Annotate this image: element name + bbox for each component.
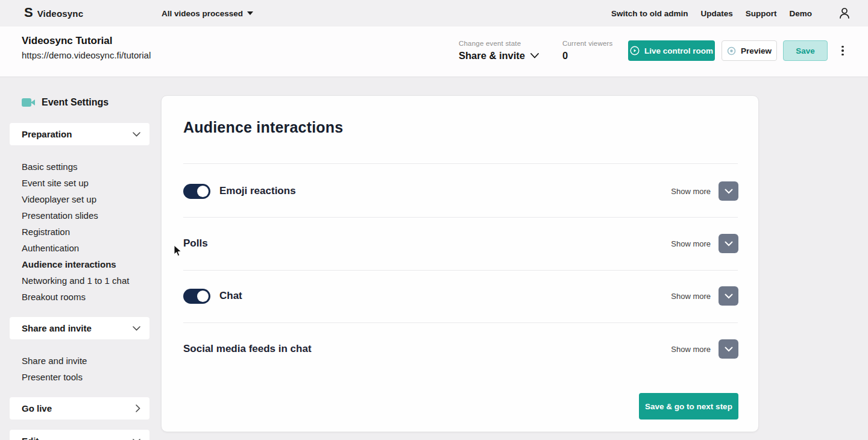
chevron-down-icon	[725, 241, 733, 247]
edit-label: Edit	[22, 436, 39, 440]
caret-down-icon	[247, 11, 253, 15]
sidebar-section-share-and-invite[interactable]: Share and invite	[10, 317, 149, 339]
divider	[183, 270, 738, 271]
page-title: Audience interactions	[183, 119, 343, 136]
brand[interactable]: S Videosync	[24, 0, 83, 27]
expand-row-button[interactable]	[719, 234, 738, 253]
sidebar-item-videoplayer-set-up[interactable]: Videoplayer set up	[22, 191, 149, 207]
feature-label: Chat	[219, 290, 242, 302]
sidebar-item-authentication[interactable]: Authentication	[22, 240, 149, 256]
live-control-room-button[interactable]: Live control room	[628, 40, 715, 61]
show-more-link[interactable]: Show more	[671, 187, 711, 196]
chat-toggle[interactable]	[183, 289, 210, 304]
emoji-reactions-toggle[interactable]	[183, 184, 210, 199]
play-circle-icon	[630, 46, 640, 55]
chevron-down-icon	[725, 189, 733, 194]
show-more-link[interactable]: Show more	[671, 292, 711, 301]
share-nav-list: Share and invite Presenter tools	[22, 353, 149, 385]
event-title-block: Videosync Tutorial https://demo.videosyn…	[22, 35, 151, 60]
feature-label: Emoji reactions	[219, 185, 296, 197]
sidebar-item-breakout-rooms[interactable]: Breakout rooms	[22, 289, 149, 305]
sidebar-item-registration[interactable]: Registration	[22, 224, 149, 240]
show-more-link[interactable]: Show more	[671, 239, 711, 248]
updates-link[interactable]: Updates	[700, 9, 732, 18]
event-title: Videosync Tutorial	[22, 35, 151, 47]
event-state-value: Share & invite	[459, 50, 525, 61]
demo-link[interactable]: Demo	[789, 9, 812, 18]
support-link[interactable]: Support	[746, 9, 777, 18]
event-state-dropdown[interactable]: Share & invite	[459, 50, 539, 61]
expand-row-button[interactable]	[719, 181, 738, 201]
event-url[interactable]: https://demo.videosync.fi/tutorial	[22, 50, 151, 60]
switch-to-old-admin-link[interactable]: Switch to old admin	[611, 9, 688, 18]
save-label: Save	[796, 46, 815, 55]
save-button[interactable]: Save	[783, 40, 828, 61]
chevron-down-icon	[725, 347, 733, 352]
sidebar-section-preparation[interactable]: Preparation	[10, 123, 149, 145]
go-live-label: Go live	[22, 403, 52, 413]
divider	[183, 163, 738, 164]
sidebar-item-share-and-invite[interactable]: Share and invite	[22, 353, 149, 369]
sidebar-item-presentation-slides[interactable]: Presentation slides	[22, 207, 149, 224]
sidebar-item-event-site-set-up[interactable]: Event site set up	[22, 175, 149, 191]
video-camera-icon	[22, 98, 35, 107]
processing-status-label: All videos processed	[162, 9, 243, 18]
chevron-down-icon	[725, 294, 733, 299]
event-header: Videosync Tutorial https://demo.videosyn…	[0, 27, 868, 77]
event-state-block: Change event state Share & invite	[459, 40, 539, 61]
current-viewers-count: 0	[562, 50, 613, 61]
event-settings-header: Event Settings	[22, 97, 108, 108]
event-settings-title: Event Settings	[42, 97, 108, 108]
sidebar-item-audience-interactions[interactable]: Audience interactions	[22, 256, 149, 272]
current-viewers-label: Current viewers	[562, 40, 613, 47]
feature-row-polls: Polls Show more	[183, 230, 738, 257]
divider	[183, 322, 738, 323]
top-bar: S Videosync All videos processed Switch …	[0, 0, 868, 27]
preview-label: Preview	[741, 46, 772, 55]
expand-row-button[interactable]	[719, 286, 738, 306]
change-event-state-label: Change event state	[459, 40, 539, 47]
video-processing-status-dropdown[interactable]: All videos processed	[162, 0, 253, 27]
expand-row-button[interactable]	[719, 339, 738, 359]
sidebar-section-go-live[interactable]: Go live	[10, 397, 149, 420]
feature-row-chat: Chat Show more	[183, 283, 738, 309]
live-control-room-label: Live control room	[644, 46, 713, 55]
preview-eye-icon	[727, 46, 736, 55]
audience-interactions-panel: Audience interactions Emoji reactions Sh…	[161, 95, 759, 432]
sidebar-item-presenter-tools[interactable]: Presenter tools	[22, 369, 149, 385]
save-and-next-step-button[interactable]: Save & go to next step	[639, 393, 738, 420]
chevron-down-icon	[133, 326, 140, 331]
chevron-down-icon	[133, 132, 140, 137]
feature-label: Polls	[183, 237, 208, 250]
chevron-right-icon	[136, 404, 140, 412]
sidebar-section-edit[interactable]: Edit	[10, 430, 149, 440]
sidebar-item-networking-1to1-chat[interactable]: Networking and 1 to 1 chat	[22, 272, 149, 289]
brand-name: Videosync	[37, 8, 84, 19]
divider	[183, 217, 738, 218]
current-viewers-block: Current viewers 0	[562, 40, 613, 61]
preparation-label: Preparation	[22, 129, 72, 139]
feature-label: Social media feeds in chat	[183, 343, 312, 355]
top-links: Switch to old admin Updates Support Demo	[611, 0, 851, 27]
sidebar-item-basic-settings[interactable]: Basic settings	[22, 159, 149, 175]
show-more-link[interactable]: Show more	[671, 345, 711, 354]
preview-button[interactable]: Preview	[722, 40, 777, 61]
share-and-invite-label: Share and invite	[22, 323, 92, 333]
kebab-menu-icon[interactable]	[838, 43, 848, 58]
preparation-nav-list: Basic settings Event site set up Videopl…	[22, 159, 149, 305]
videosync-logo-icon: S	[24, 6, 33, 19]
feature-row-social-media-feeds: Social media feeds in chat Show more	[183, 336, 738, 362]
user-icon[interactable]	[838, 7, 851, 20]
feature-row-emoji-reactions: Emoji reactions Show more	[183, 178, 738, 204]
main-area: Event Settings Preparation Basic setting…	[0, 77, 868, 440]
chevron-down-icon	[530, 53, 539, 58]
